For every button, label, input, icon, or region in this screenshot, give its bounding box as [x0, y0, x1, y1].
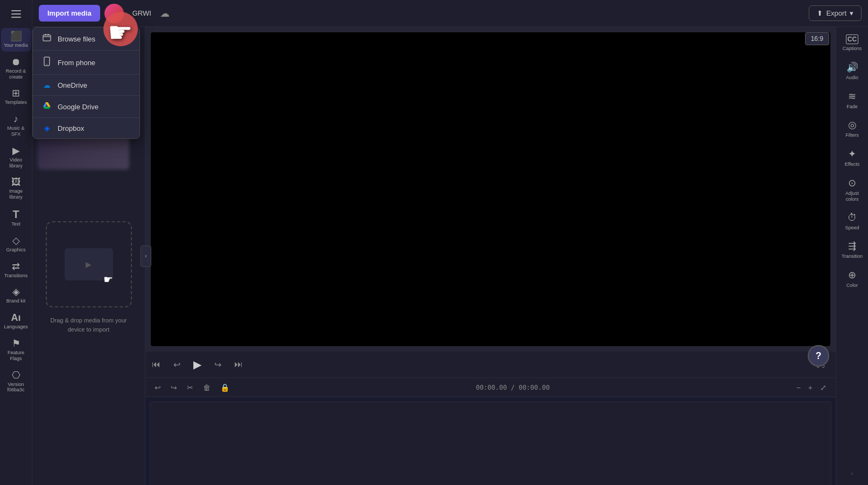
- from-phone-icon: [41, 57, 52, 68]
- right-tool-captions[interactable]: CC Captions: [838, 31, 866, 55]
- playback-controls: ⏮ ↩ ▶ ↪ ⏭ ⛶: [145, 352, 836, 377]
- user-avatar[interactable]: [104, 4, 124, 23]
- timeline-track: [150, 402, 831, 485]
- right-tool-speed[interactable]: ⏱ Speed: [838, 209, 866, 234]
- rewind-button[interactable]: ↩: [171, 357, 183, 372]
- sidebar-item-graphics[interactable]: ◇ Graphics: [1, 233, 31, 256]
- sidebar-item-version[interactable]: ⎔ Version f06ba3c: [1, 367, 31, 397]
- redo-button[interactable]: ↪: [168, 382, 180, 393]
- time-separator: /: [511, 384, 519, 391]
- timeline-time: 00:00.00 / 00:00.00: [476, 384, 550, 391]
- skip-to-start-button[interactable]: ⏮: [150, 357, 163, 371]
- transition-icon: ⇶: [848, 240, 856, 252]
- sidebar-item-image-library[interactable]: 🖼 Image library: [1, 174, 31, 203]
- drag-drop-label: Drag & drop media from your device to im…: [32, 316, 145, 334]
- help-button[interactable]: ?: [808, 345, 829, 367]
- aspect-ratio-badge: 16:9: [805, 32, 829, 45]
- import-dropdown-menu: Browse files From phone ☁ OneDrive: [32, 27, 140, 139]
- transitions-icon: ⇄: [12, 262, 20, 271]
- forward-button[interactable]: ↪: [212, 357, 223, 372]
- graphics-icon: ◇: [12, 236, 20, 245]
- google-drive-icon: [41, 102, 52, 111]
- right-tool-filters[interactable]: ◎ Filters: [838, 116, 866, 142]
- cut-button[interactable]: ✂: [184, 382, 196, 393]
- project-name[interactable]: GRWI: [128, 7, 156, 19]
- hamburger-icon: [11, 10, 21, 18]
- effects-icon: ✦: [848, 148, 856, 160]
- fade-icon: ≋: [848, 90, 856, 102]
- aspect-ratio-container: 16:9: [805, 33, 829, 43]
- media-drop-zone[interactable]: ☛ Drag & drop media from your device to …: [32, 221, 145, 334]
- svg-rect-1: [45, 34, 46, 35]
- main-area: Import media GRWI ☁ ⬆ Export ▾ Browse fi…: [32, 0, 868, 485]
- sidebar-item-record-create[interactable]: ⏺ Record & create: [1, 54, 31, 83]
- right-tool-adjust-colors[interactable]: ⊙ Adjust colors: [838, 174, 866, 206]
- right-tool-audio[interactable]: 🔊 Audio: [838, 58, 866, 84]
- templates-icon: ⊞: [12, 88, 20, 98]
- right-sidebar-collapse-button[interactable]: ‹: [847, 466, 857, 481]
- cloud-sync-icon[interactable]: ☁: [160, 8, 170, 19]
- captions-icon: CC: [846, 34, 858, 44]
- fit-timeline-button[interactable]: ⤢: [817, 382, 829, 393]
- sidebar-item-languages[interactable]: Aı Languages: [1, 310, 31, 333]
- zoom-controls: − + ⤢: [794, 382, 829, 393]
- right-tool-fade[interactable]: ≋ Fade: [838, 87, 866, 113]
- sidebar-item-feature-flags[interactable]: ⚑ Feature Flags: [1, 335, 31, 365]
- content-area: ☛ Drag & drop media from your device to …: [32, 27, 868, 485]
- feature-flags-icon: ⚑: [12, 339, 20, 348]
- import-media-button[interactable]: Import media: [39, 5, 100, 22]
- sidebar-item-text[interactable]: T Text: [1, 206, 31, 230]
- filters-icon: ◎: [848, 119, 857, 131]
- delete-button[interactable]: 🗑: [200, 382, 213, 393]
- sidebar-item-transitions[interactable]: ⇄ Transitions: [1, 258, 31, 282]
- drag-hand-icon: ☛: [103, 273, 113, 286]
- sidebar-item-video-library[interactable]: ▶ Video library: [1, 143, 31, 172]
- sidebar-item-music-sfx[interactable]: ♪ Music & SFX: [1, 111, 31, 140]
- sidebar-item-your-media[interactable]: ⬛ Your media: [1, 28, 31, 52]
- color-icon: ⊕: [848, 269, 856, 281]
- dropdown-item-google-drive[interactable]: Google Drive: [33, 96, 139, 118]
- preview-area: ⏮ ↩ ▶ ↪ ⏭ ⛶ 16:9 ↩ ↪ ✂ 🗑 🔒: [145, 27, 836, 485]
- sidebar-item-templates[interactable]: ⊞ Templates: [1, 85, 31, 109]
- onedrive-icon: ☁: [41, 81, 52, 89]
- image-library-icon: 🖼: [11, 177, 21, 187]
- record-create-icon: ⏺: [11, 57, 21, 67]
- play-pause-button[interactable]: ▶: [191, 356, 204, 373]
- video-library-icon: ▶: [12, 146, 20, 156]
- right-tool-effects[interactable]: ✦ Effects: [838, 145, 866, 171]
- dropdown-item-dropbox[interactable]: ◈ Dropbox: [33, 118, 139, 138]
- video-preview: [151, 32, 830, 346]
- audio-icon: 🔊: [846, 61, 858, 73]
- sidebar-item-brand-kit[interactable]: ◈ Brand kit: [1, 284, 31, 307]
- timeline-area: ↩ ↪ ✂ 🗑 🔒 00:00.00 / 00:00.00 − + ⤢: [145, 377, 836, 485]
- export-button[interactable]: ⬆ Export ▾: [809, 5, 862, 21]
- menu-toggle[interactable]: [1, 4, 31, 24]
- total-time: 00:00.00: [519, 384, 550, 391]
- speed-icon: ⏱: [848, 212, 857, 223]
- panel-collapse-button[interactable]: ‹: [141, 245, 151, 267]
- dropdown-item-from-phone[interactable]: From phone: [33, 51, 139, 75]
- dropbox-icon: ◈: [41, 124, 52, 132]
- version-icon: ⎔: [12, 370, 20, 380]
- current-time: 00:00.00: [476, 384, 507, 391]
- zoom-out-button[interactable]: −: [794, 382, 803, 393]
- svg-rect-0: [43, 35, 51, 41]
- svg-point-4: [46, 64, 47, 65]
- lock-button[interactable]: 🔒: [218, 382, 232, 393]
- export-chevron-icon: ▾: [850, 9, 853, 17]
- dropdown-item-onedrive[interactable]: ☁ OneDrive: [33, 75, 139, 96]
- top-bar: Import media GRWI ☁ ⬆ Export ▾: [32, 0, 868, 27]
- timeline-toolbar: ↩ ↪ ✂ 🗑 🔒 00:00.00 / 00:00.00 − + ⤢: [145, 378, 836, 397]
- media-drop-area[interactable]: ☛: [46, 221, 132, 307]
- your-media-icon: ⬛: [10, 31, 22, 41]
- undo-button[interactable]: ↩: [152, 382, 164, 393]
- export-icon: ⬆: [817, 9, 823, 17]
- dropdown-item-browse-files[interactable]: Browse files: [33, 27, 139, 51]
- right-tool-transition[interactable]: ⇶ Transition: [838, 237, 866, 263]
- zoom-in-button[interactable]: +: [806, 382, 815, 393]
- languages-icon: Aı: [11, 313, 21, 322]
- timeline-track-area[interactable]: [145, 397, 836, 485]
- skip-to-end-button[interactable]: ⏭: [232, 357, 245, 371]
- text-icon: T: [12, 209, 19, 220]
- right-tool-color[interactable]: ⊕ Color: [838, 266, 866, 292]
